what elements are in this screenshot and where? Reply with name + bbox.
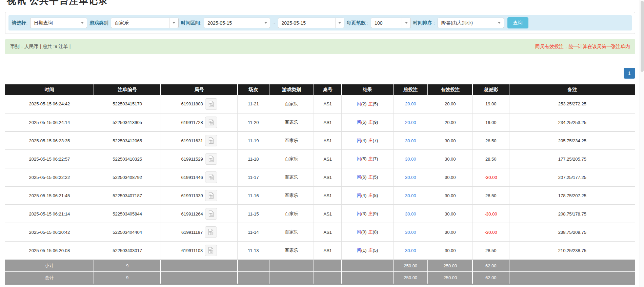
video-replay-icon[interactable] <box>205 98 217 110</box>
player-points: (3) <box>361 211 366 216</box>
cell-session: 11-16 <box>238 186 269 205</box>
round-id-text: 619911197 <box>181 230 203 235</box>
cell-table-number: AS1 <box>314 205 342 223</box>
total-bet-link[interactable]: 30.00 <box>405 193 416 198</box>
date-from-select[interactable]: 2025-05-15 <box>204 18 270 28</box>
cell-valid-bet: 30.00 <box>428 131 472 150</box>
caret-down-icon[interactable] <box>261 18 270 28</box>
per-page-label: 每页笔数 : <box>347 20 369 26</box>
cell-bet-id: 522503408792 <box>94 168 161 186</box>
caret-down-icon[interactable] <box>335 18 344 28</box>
player-points: (4) <box>361 138 366 143</box>
game-category-value: 百家乐 <box>111 20 132 26</box>
cell-bet-id: 522503407187 <box>94 186 161 205</box>
page-1-button[interactable]: 1 <box>624 68 635 79</box>
video-replay-icon[interactable] <box>205 208 217 220</box>
column-header: 注单编号 <box>94 84 161 95</box>
cell-valid-bet: 20.00 <box>428 113 472 131</box>
date-from-value: 2025-05-15 <box>204 20 235 26</box>
banker-points: (8) <box>373 229 378 234</box>
cell-game-category: 百家乐 <box>269 150 314 168</box>
table-row: 2025-05-15 06:20:08 522503403017 6199111… <box>5 241 635 260</box>
per-page-select[interactable]: 100 <box>371 18 411 28</box>
column-header: 场次 <box>238 84 269 95</box>
date-to-select[interactable]: 2025-05-15 <box>278 18 344 28</box>
cell-game-category: 百家乐 <box>269 186 314 205</box>
subtotal-payout: 62.00 <box>472 260 509 272</box>
cell-result: 闲(2)庄(5) <box>342 95 393 113</box>
table-header: 时间注单编号局号场次游戏类别桌号结果总投注有效投注总派彩备注 <box>5 84 635 95</box>
cell-payout: 19.00 <box>472 95 509 113</box>
currency-total-text: 币别：人民币 | 总共 :9 注单 | <box>10 44 71 50</box>
cell-time: 2025-05-15 06:20:42 <box>5 223 94 241</box>
player-points: (6) <box>361 120 366 125</box>
cell-remark: 253.25/272.25 <box>509 95 635 113</box>
cell-table-number: AS1 <box>314 241 342 260</box>
scrollbar[interactable] <box>640 0 644 287</box>
cell-total-bet: 30.00 <box>393 150 428 168</box>
scrollbar-thumb[interactable] <box>641 1 644 72</box>
cell-total-bet: 30.00 <box>393 223 428 241</box>
column-header: 备注 <box>509 84 635 95</box>
cell-payout: -30.00 <box>472 168 509 186</box>
total-bet-link[interactable]: 30.00 <box>405 175 416 180</box>
cell-round-id: 619911264 <box>161 205 238 223</box>
total-bet-link[interactable]: 20.00 <box>405 120 416 125</box>
cell-game-category: 百家乐 <box>269 241 314 260</box>
banker-result: 庄 <box>368 248 373 253</box>
cell-valid-bet: 30.00 <box>428 168 472 186</box>
cell-time: 2025-05-15 06:23:35 <box>5 131 94 150</box>
player-result: 闲 <box>357 248 361 253</box>
video-replay-icon[interactable] <box>205 226 217 238</box>
time-sort-select[interactable]: 降幂(由大到小) <box>438 18 504 28</box>
range-tilde: ~ <box>273 20 275 26</box>
subtotal-valid-bet: 250.00 <box>428 260 472 272</box>
cell-valid-bet: 30.00 <box>428 241 472 260</box>
video-replay-icon[interactable] <box>205 190 217 201</box>
cell-session: 11-17 <box>238 168 269 186</box>
video-replay-icon[interactable] <box>205 245 217 256</box>
total-bet-link[interactable]: 30.00 <box>405 230 416 235</box>
table-row: 2025-05-15 06:20:42 522503404404 6199111… <box>5 223 635 241</box>
total-bet-link[interactable]: 30.00 <box>405 157 416 162</box>
cell-game-category: 百家乐 <box>269 168 314 186</box>
video-replay-icon[interactable] <box>205 135 217 146</box>
cell-payout: 19.00 <box>472 113 509 131</box>
player-result: 闲 <box>357 156 361 161</box>
player-result: 闲 <box>357 211 361 216</box>
total-bet-link[interactable]: 30.00 <box>405 248 416 253</box>
video-replay-icon[interactable] <box>205 153 217 165</box>
time-sort-value: 降幂(由大到小) <box>438 20 476 26</box>
caret-down-icon[interactable] <box>402 18 410 28</box>
cell-time: 2025-05-15 06:24:42 <box>5 95 94 113</box>
table-row: 2025-05-15 06:23:35 522503412065 6199116… <box>5 131 635 150</box>
video-replay-icon[interactable] <box>205 171 217 183</box>
cell-total-bet: 20.00 <box>393 113 428 131</box>
player-points: (1) <box>361 248 366 253</box>
total-bet-link[interactable]: 20.00 <box>405 101 416 106</box>
player-points: (4) <box>361 193 366 198</box>
total-bet-link[interactable]: 30.00 <box>405 211 416 217</box>
video-replay-icon[interactable] <box>205 117 217 128</box>
page: 视讯 公共平台注单记录 请选择: 日期查询 游戏类别 百家乐 时间区间: 202… <box>0 0 644 287</box>
cell-valid-bet: 30.00 <box>428 186 472 205</box>
cell-table-number: AS1 <box>314 150 342 168</box>
caret-down-icon[interactable] <box>78 18 87 28</box>
total-bet-link[interactable]: 30.00 <box>405 138 416 143</box>
cell-total-bet: 30.00 <box>393 168 428 186</box>
caret-down-icon[interactable] <box>495 18 504 28</box>
column-header: 总投注 <box>393 84 428 95</box>
player-result: 闲 <box>357 138 361 143</box>
banker-points: (5) <box>373 101 378 106</box>
total-total-bet: 250.00 <box>393 272 428 284</box>
banker-result: 庄 <box>368 101 373 106</box>
game-category-select[interactable]: 百家乐 <box>111 18 179 28</box>
grand-total-row: 总计 9 250.00 250.00 62.00 <box>5 272 635 284</box>
query-type-select[interactable]: 日期查询 <box>30 18 87 28</box>
cell-game-category: 百家乐 <box>269 113 314 131</box>
caret-down-icon[interactable] <box>169 18 178 28</box>
time-sort-label: 时间排序 : <box>413 20 435 26</box>
bet-records-table: 时间注单编号局号场次游戏类别桌号结果总投注有效投注总派彩备注 2025-05-1… <box>5 84 635 285</box>
query-button[interactable]: 查询 <box>507 17 528 28</box>
banker-points: (8) <box>373 193 378 198</box>
